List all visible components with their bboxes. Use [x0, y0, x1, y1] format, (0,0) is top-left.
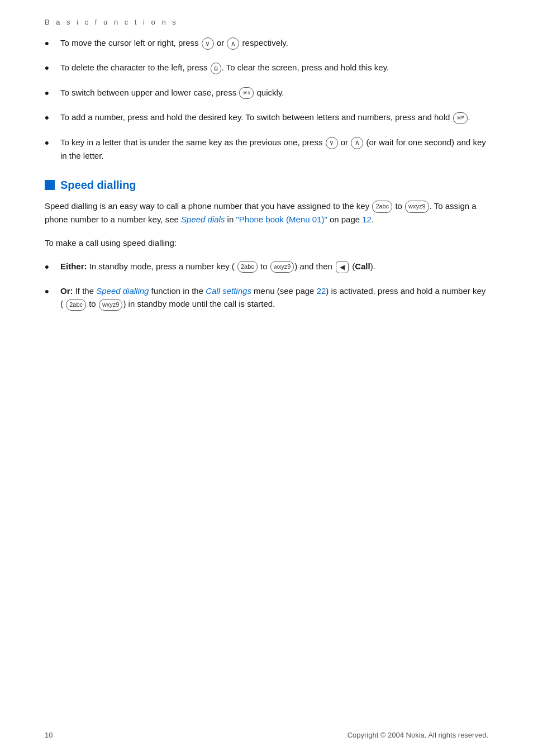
- key-wxyz9-icon-3: wxyz9: [99, 299, 123, 311]
- call-settings-italic: Call settings: [206, 286, 251, 296]
- key-2abc-icon-3: 2abc: [66, 299, 86, 311]
- page-container: B a s i c f u n c t i o n s • To move th…: [0, 0, 533, 756]
- bullet-dot: •: [45, 36, 56, 51]
- header-section: B a s i c f u n c t i o n s: [45, 17, 488, 26]
- page-12-link[interactable]: 12: [362, 215, 372, 224]
- bullet-text: To move the cursor left or right, press …: [60, 36, 488, 50]
- left-key-icon-2: ∨: [326, 137, 338, 149]
- phone-book-link[interactable]: "Phone book (Menu 01)": [236, 215, 327, 224]
- list-item: • To switch between upper and lower case…: [45, 86, 488, 101]
- bullet-text: Or: If the Speed dialling function in th…: [60, 284, 488, 311]
- speed-dialling-call-label: To make a call using speed dialling:: [45, 236, 488, 250]
- page-22-link[interactable]: 22: [317, 286, 326, 296]
- speed-dials-link[interactable]: Speed dials: [181, 215, 225, 224]
- or-label: Or:: [60, 286, 73, 296]
- bullet-text: To key in a letter that is under the sam…: [60, 136, 488, 162]
- key-wxyz9-icon-2: wxyz9: [270, 261, 294, 273]
- list-item: • To delete the character to the left, p…: [45, 61, 488, 75]
- bullet-list: • To move the cursor left or right, pres…: [45, 36, 488, 162]
- list-item: • To add a number, press and hold the de…: [45, 111, 488, 125]
- hash-key-icon: ✳#: [239, 87, 254, 99]
- header-title: B a s i c f u n c t i o n s: [45, 18, 178, 26]
- bullet-dot: •: [45, 284, 56, 299]
- call-bold: Call: [355, 261, 370, 271]
- list-item: • To move the cursor left or right, pres…: [45, 36, 488, 51]
- heading-square-icon: [45, 180, 55, 190]
- backspace-key-icon: ⎙: [211, 63, 221, 74]
- list-item: • Or: If the Speed dialling function in …: [45, 284, 488, 311]
- speed-dialling-heading: Speed dialling: [45, 179, 488, 192]
- bullet-dot: •: [45, 260, 56, 274]
- footer-copyright: Copyright © 2004 Nokia. All rights reser…: [348, 731, 488, 739]
- call-key-icon: ◀: [336, 261, 349, 274]
- section-heading-text: Speed dialling: [60, 179, 136, 192]
- page-number: 10: [45, 731, 53, 739]
- bullet-text: To switch between upper and lower case, …: [60, 86, 488, 99]
- key-wxyz9-icon: wxyz9: [405, 201, 429, 213]
- right-key-icon-2: ∧: [351, 137, 363, 149]
- bullet-text: To delete the character to the left, pre…: [60, 61, 488, 74]
- bullet-dot: •: [45, 61, 56, 75]
- speed-dialling-intro: Speed dialling is an easy way to call a …: [45, 199, 488, 226]
- either-label: Either:: [60, 261, 87, 271]
- page-footer: 10 Copyright © 2004 Nokia. All rights re…: [45, 731, 488, 739]
- bullet-text: Either: In standby mode, press a number …: [60, 260, 488, 273]
- list-item: • Either: In standby mode, press a numbe…: [45, 260, 488, 274]
- bullet-dot: •: [45, 86, 56, 101]
- bullet-dot: •: [45, 136, 56, 150]
- bullet-dot: •: [45, 111, 56, 125]
- speed-dialling-italic: Speed dialling: [96, 286, 149, 296]
- key-2abc-icon-2: 2abc: [237, 261, 258, 273]
- speed-dialling-bullet-list: • Either: In standby mode, press a numbe…: [45, 260, 488, 311]
- hash-key-icon-2: ✳#: [453, 112, 468, 124]
- left-key-icon: ∨: [202, 37, 214, 50]
- list-item: • To key in a letter that is under the s…: [45, 136, 488, 162]
- key-2abc-icon: 2abc: [372, 201, 392, 213]
- bullet-text: To add a number, press and hold the desi…: [60, 111, 488, 124]
- right-key-icon: ∧: [227, 37, 239, 50]
